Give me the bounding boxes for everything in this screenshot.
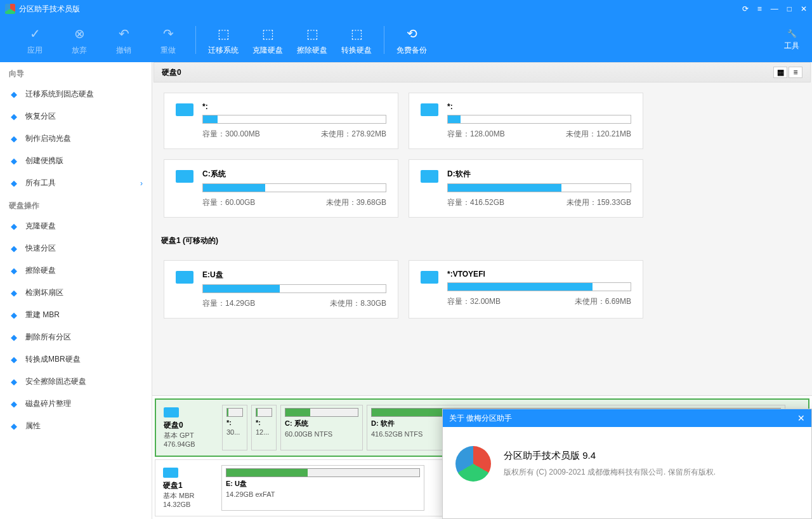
- partition-block[interactable]: *:30...: [222, 405, 247, 450]
- partition-card[interactable]: *:容量：300.00MB未使用：278.92MB: [164, 93, 398, 149]
- about-copyright: 版权所有 (C) 2009-2021 成都傲梅科技有限公司. 保留所有版权.: [504, 467, 716, 478]
- migrate-button[interactable]: ⬚迁移系统: [201, 25, 246, 56]
- capacity-label: 容量：14.29GB: [202, 298, 255, 309]
- sidebar-icon: ◆: [9, 266, 19, 276]
- free-label: 未使用：8.30GB: [330, 298, 386, 309]
- cancel-icon: ⊗: [70, 25, 88, 43]
- sidebar-icon: ◆: [9, 332, 19, 343]
- close-icon[interactable]: ✕: [801, 4, 807, 13]
- sidebar-wizard-item[interactable]: ◆创建便携版: [0, 150, 152, 172]
- about-titlebar: 关于 傲梅分区助手 ✕: [443, 409, 811, 427]
- app-logo-icon: [5, 4, 15, 14]
- clone-button[interactable]: ⬚克隆硬盘: [246, 25, 290, 56]
- usage-bar: [202, 284, 386, 293]
- convert-icon: ⬚: [348, 25, 365, 43]
- partition-block-size: 14.29GB exFAT: [226, 490, 420, 498]
- sidebar-item-label: 创建便携版: [25, 155, 63, 166]
- partition-block-name: E: U盘: [226, 479, 420, 489]
- partition-block[interactable]: C: 系统60.00GB NTFS: [280, 405, 363, 450]
- discard-button[interactable]: ⊗放弃: [57, 25, 102, 56]
- partition-block[interactable]: *:12...: [251, 405, 277, 450]
- sidebar-wizard-item[interactable]: ◆制作启动光盘: [0, 128, 152, 150]
- wipe-button[interactable]: ⬚擦除硬盘: [290, 25, 334, 56]
- about-title: 关于 傲梅分区助手: [449, 413, 512, 424]
- refresh-icon[interactable]: ⟳: [742, 4, 749, 13]
- usage-bar: [447, 183, 631, 192]
- usage-bar: [202, 115, 386, 124]
- undo-button[interactable]: ↶撤销: [102, 25, 146, 56]
- capacity-label: 容量：32.00MB: [447, 296, 501, 307]
- partition-card[interactable]: *:容量：128.00MB未使用：120.21MB: [409, 93, 643, 149]
- about-logo-icon: [455, 446, 491, 482]
- partition-block-name: *:: [226, 419, 243, 426]
- sidebar-diskop-item[interactable]: ◆删除所有分区: [0, 326, 152, 348]
- backup-icon: ⟲: [403, 25, 421, 43]
- sidebar-icon: ◆: [9, 112, 19, 122]
- capacity-label: 容量：128.00MB: [447, 129, 505, 140]
- partition-block-name: C: 系统: [285, 419, 358, 428]
- sidebar-diskop-item[interactable]: ◆磁盘碎片整理: [0, 393, 152, 415]
- sidebar-item-label: 重建 MBR: [25, 310, 60, 320]
- redo-button[interactable]: ↷重做: [146, 25, 190, 56]
- usage-bar: [202, 183, 386, 192]
- menu-icon[interactable]: ≡: [757, 4, 762, 13]
- sidebar-item-label: 检测坏扇区: [25, 287, 63, 298]
- view-list-icon[interactable]: ≡: [789, 67, 802, 78]
- sidebar-diskop-item[interactable]: ◆快速分区: [0, 237, 152, 260]
- sidebar-item-label: 擦除硬盘: [25, 265, 56, 276]
- about-dialog: 关于 傲梅分区助手 ✕ 分区助手技术员版 9.4 版权所有 (C) 2009-2…: [442, 409, 812, 519]
- sidebar-diskop-item[interactable]: ◆属性: [0, 415, 152, 437]
- sidebar-item-label: 属性: [25, 421, 41, 431]
- sidebar-diskop-item[interactable]: ◆重建 MBR: [0, 304, 152, 326]
- minimize-icon[interactable]: —: [771, 4, 778, 13]
- sidebar-icon: ◆: [9, 377, 19, 387]
- sidebar-wizard-item[interactable]: ◆恢复分区: [0, 105, 152, 128]
- backup-button[interactable]: ⟲免费备份: [390, 25, 434, 56]
- maximize-icon[interactable]: □: [787, 4, 792, 13]
- partition-card[interactable]: E:U盘容量：14.29GB未使用：8.30GB: [164, 260, 398, 319]
- disk-label: 硬盘1基本 MBR14.32GB: [160, 465, 218, 511]
- partition-card[interactable]: *:VTOYEFI容量：32.00MB未使用：6.69MB: [409, 260, 643, 319]
- partition-block-size: 60.00GB NTFS: [285, 430, 358, 438]
- partition-card[interactable]: C:系统容量：60.00GB未使用：39.68GB: [164, 159, 398, 218]
- about-product: 分区助手技术员版 9.4: [504, 450, 716, 462]
- sidebar-diskop-item[interactable]: ◆擦除硬盘: [0, 260, 152, 282]
- sidebar-item-label: 删除所有分区: [25, 332, 71, 343]
- partition-name: E:U盘: [202, 270, 386, 280]
- sidebar-diskop-item[interactable]: ◆克隆硬盘: [0, 215, 152, 237]
- convert-button[interactable]: ⬚转换硬盘: [334, 25, 379, 56]
- capacity-label: 容量：416.52GB: [447, 197, 504, 208]
- sidebar-icon: ◆: [9, 244, 19, 254]
- view-grid-icon[interactable]: ▦: [773, 67, 787, 78]
- wrench-icon: 🔧: [787, 29, 797, 38]
- wipe-icon: ⬚: [303, 25, 321, 43]
- sidebar-item-label: 快速分区: [25, 243, 56, 254]
- sidebar-item-label: 克隆硬盘: [25, 221, 56, 232]
- disk-label: 硬盘0基本 GPT476.94GB: [161, 405, 218, 450]
- redo-icon: ↷: [159, 25, 177, 43]
- sidebar-icon: ◆: [9, 399, 19, 409]
- about-close-icon[interactable]: ✕: [797, 413, 805, 423]
- app-title: 分区助手技术员版: [19, 4, 80, 15]
- sidebar-icon: ◆: [9, 156, 19, 166]
- sidebar-diskop-item[interactable]: ◆转换成MBR硬盘: [0, 348, 152, 371]
- usage-bar: [447, 115, 631, 124]
- sidebar-diskop-item[interactable]: ◆检测坏扇区: [0, 282, 152, 304]
- partition-card[interactable]: D:软件容量：416.52GB未使用：159.33GB: [409, 159, 643, 218]
- partition-name: D:软件: [447, 169, 631, 180]
- sidebar-wizard-item[interactable]: ◆迁移系统到固态硬盘: [0, 83, 152, 105]
- free-label: 未使用：6.69MB: [575, 296, 631, 307]
- sidebar-diskop-item[interactable]: ◆安全擦除固态硬盘: [0, 371, 152, 393]
- apply-button[interactable]: ✓应用: [13, 25, 57, 56]
- capacity-label: 容量：300.00MB: [202, 129, 260, 140]
- window-controls: ⟳ ≡ — □ ✕: [742, 4, 807, 13]
- sidebar-wizard-item[interactable]: ◆所有工具›: [0, 172, 152, 194]
- partition-block[interactable]: E: U盘14.29GB exFAT: [221, 465, 424, 511]
- sidebar-icon: ◆: [9, 178, 19, 188]
- check-icon: ✓: [26, 25, 44, 43]
- partition-name: *:: [202, 102, 386, 111]
- drive-icon: [176, 103, 193, 116]
- capacity-label: 容量：60.00GB: [202, 197, 255, 208]
- tools-button[interactable]: 🔧工具: [784, 29, 799, 51]
- drive-icon: [421, 103, 438, 116]
